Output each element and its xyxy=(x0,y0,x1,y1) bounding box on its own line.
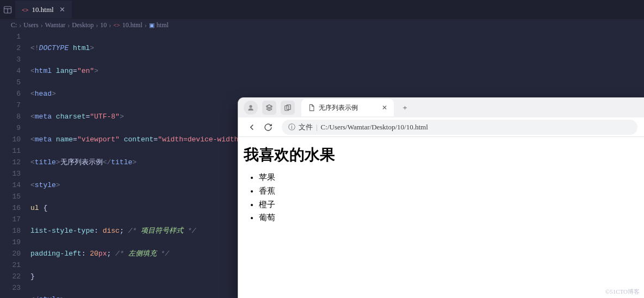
line-number: 9 xyxy=(0,122,21,134)
layout-icon[interactable] xyxy=(3,5,12,14)
line-number: 3 xyxy=(0,54,21,65)
watermark: ©51CTO博客 xyxy=(605,288,640,296)
chevron-right-icon: › xyxy=(67,21,70,29)
line-number: 21 xyxy=(0,259,21,271)
element-icon: ▣ xyxy=(149,22,154,29)
line-number: 12 xyxy=(0,157,21,168)
line-number: 8 xyxy=(0,111,21,122)
list-item: 葡萄 xyxy=(259,211,639,225)
document-icon xyxy=(308,104,315,111)
close-icon[interactable]: ✕ xyxy=(382,104,387,112)
line-number: 16 xyxy=(0,202,21,214)
back-button[interactable] xyxy=(245,120,259,134)
line-number: 6 xyxy=(0,88,21,100)
line-number-gutter: 1 2 3 4 5 6 7 8 9 10 11 12 13 14 15 16 1… xyxy=(0,31,30,298)
code-line: <html lang="en"> xyxy=(30,65,644,77)
crumb[interactable]: 10 xyxy=(100,21,107,29)
line-number: 11 xyxy=(0,145,21,157)
chevron-right-icon: › xyxy=(109,21,111,29)
file-tab-label: 10.html xyxy=(32,5,54,14)
line-number: 13 xyxy=(0,168,21,179)
reload-button[interactable] xyxy=(261,120,275,134)
address-prefix: 文件 xyxy=(299,122,313,132)
crumb[interactable]: C: xyxy=(11,21,17,29)
line-number: 10 xyxy=(0,134,21,145)
line-number: 20 xyxy=(0,248,21,259)
line-number: 5 xyxy=(0,77,21,88)
tablets-icon[interactable] xyxy=(281,101,295,115)
line-number: 7 xyxy=(0,100,21,111)
list-item: 香蕉 xyxy=(259,184,639,198)
line-number: 2 xyxy=(0,42,21,54)
editor-tab-bar: <> 10.html ✕ xyxy=(0,0,644,19)
line-number: 23 xyxy=(0,282,21,294)
chevron-right-icon: › xyxy=(41,21,43,29)
breadcrumb: C:› Users› Wamtar› Desktop› 10› <> 10.ht… xyxy=(0,19,644,31)
browser-window: 无序列表示例 ✕ ＋ ⓘ 文件 | C:/Users/Wamtar/Deskto… xyxy=(238,98,644,298)
address-bar[interactable]: ⓘ 文件 | C:/Users/Wamtar/Desktop/10/10.htm… xyxy=(282,120,637,135)
browser-tab[interactable]: 无序列表示例 ✕ xyxy=(301,99,394,116)
workspaces-icon[interactable] xyxy=(262,101,276,115)
line-number: 18 xyxy=(0,225,21,237)
crumb[interactable]: Desktop xyxy=(72,21,94,29)
profile-icon[interactable] xyxy=(244,101,258,115)
line-number: 17 xyxy=(0,214,21,225)
line-number: 22 xyxy=(0,271,21,282)
line-number: 1 xyxy=(0,31,21,42)
address-path: C:/Users/Wamtar/Desktop/10/10.html xyxy=(321,123,428,132)
close-tab-icon[interactable]: ✕ xyxy=(59,5,65,14)
crumb[interactable]: Wamtar xyxy=(45,21,66,29)
line-number: 14 xyxy=(0,179,21,191)
chevron-right-icon: › xyxy=(96,21,98,29)
code-line: <!DOCTYPE html> xyxy=(30,42,644,54)
browser-tabstrip: 无序列表示例 ✕ ＋ xyxy=(238,98,644,117)
separator: | xyxy=(316,123,318,132)
line-number: 4 xyxy=(0,65,21,77)
chevron-right-icon: › xyxy=(145,21,147,29)
list-item: 橙子 xyxy=(259,198,639,212)
crumb[interactable]: 10.html xyxy=(122,21,143,29)
line-number: 19 xyxy=(0,237,21,248)
file-tab[interactable]: <> 10.html ✕ xyxy=(15,1,72,18)
chevron-right-icon: › xyxy=(19,21,21,29)
page-heading: 我喜欢的水果 xyxy=(244,145,639,165)
line-number: 15 xyxy=(0,191,21,202)
browser-viewport: 我喜欢的水果 苹果 香蕉 橙子 葡萄 xyxy=(238,137,644,232)
html-file-icon: <> xyxy=(22,7,29,13)
fruit-list: 苹果 香蕉 橙子 葡萄 xyxy=(244,171,639,225)
new-tab-button[interactable]: ＋ xyxy=(397,100,412,115)
info-icon: ⓘ xyxy=(288,122,295,132)
list-item: 苹果 xyxy=(259,171,639,184)
crumb[interactable]: Users xyxy=(23,21,38,29)
svg-point-3 xyxy=(249,105,252,108)
browser-tab-title: 无序列表示例 xyxy=(319,103,358,113)
browser-toolbar: ⓘ 文件 | C:/Users/Wamtar/Desktop/10/10.htm… xyxy=(238,117,644,137)
html-file-icon: <> xyxy=(113,22,120,28)
crumb[interactable]: html xyxy=(157,21,169,29)
